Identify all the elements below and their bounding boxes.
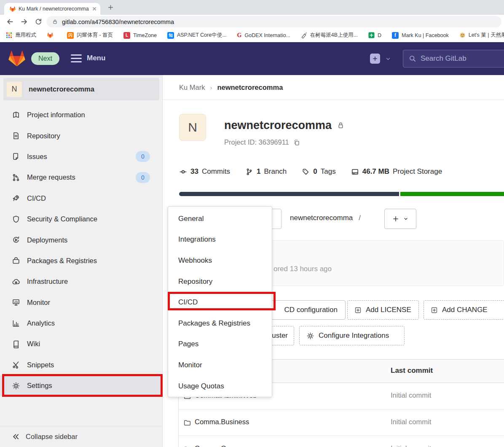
next-badge[interactable]: Next — [31, 52, 59, 65]
chevron-down-icon[interactable] — [385, 56, 391, 62]
sidebar-item-snippets[interactable]: Snippets — [0, 355, 163, 375]
stat-tags[interactable]: 0 Tags — [302, 167, 335, 176]
add-changelog-button[interactable]: Add CHANGE — [424, 300, 504, 320]
new-tab-icon[interactable] — [107, 4, 114, 11]
sidebar-item-wiki[interactable]: Wiki — [0, 334, 163, 354]
stat-label: Tags — [321, 167, 336, 176]
file-name-link[interactable]: Comma.Business — [195, 418, 249, 426]
breadcrumb-divider — [163, 100, 504, 100]
menu-item-monitor[interactable]: Monitor — [168, 355, 272, 376]
menu-item-usage-quotas[interactable]: Usage Quotas — [168, 376, 272, 397]
sidebar-item-security-compliance[interactable]: Security & Compliance — [0, 209, 163, 229]
browser-tab-strip: Ku Mark / newnetcrorecomma — [0, 0, 504, 15]
menu-item-label: Usage Quotas — [178, 382, 224, 390]
gitlab-logo[interactable] — [8, 49, 26, 67]
menu-item-packages-registries[interactable]: Packages & Registries — [168, 313, 272, 334]
bookmark-lets-fruit[interactable]: Let's 菓 | 天然果乾... — [459, 32, 504, 39]
sidebar-item-monitor[interactable]: Monitor — [0, 292, 163, 313]
bookmark-gitlab[interactable] — [47, 32, 56, 38]
menu-hamburger-icon[interactable] — [71, 54, 82, 62]
sidebar-item-label: Issues — [27, 153, 47, 161]
table-row[interactable]: Comma.Business Initial commit — [179, 409, 504, 436]
menu-item-label: Webhooks — [178, 256, 212, 265]
double-chevron-left-icon — [12, 433, 20, 441]
sidebar-item-infrastructure[interactable]: Infrastructure — [0, 271, 163, 292]
button-label: CD configuration — [284, 306, 338, 314]
bookmark-apps[interactable]: 應用程式 — [6, 32, 36, 39]
sidebar-item-deployments[interactable]: Deployments — [0, 229, 163, 250]
merge-requests-count-badge: 0 — [136, 172, 150, 183]
bookmark-shine-sports[interactable]: 闪 闪耀体育 - 首页 — [67, 32, 113, 39]
address-bar[interactable]: gitlab.com/a4756830/newnetcrorecomma — [46, 16, 501, 27]
folder-icon — [183, 419, 191, 427]
language-segment-green — [400, 192, 504, 196]
sidebar-item-issues[interactable]: Issues 0 — [0, 146, 163, 167]
folder-icon — [183, 445, 191, 447]
commit-message-link[interactable]: Initial commit — [391, 418, 431, 426]
stat-branches[interactable]: 1 Branch — [245, 167, 287, 176]
analytics-icon — [12, 319, 20, 328]
back-icon[interactable] — [6, 18, 14, 26]
shine-favicon: 闪 — [67, 32, 74, 39]
bookmark-godex[interactable]: G GoDEX Internatio... — [237, 32, 290, 39]
sidebar-project-context[interactable]: N newnetcrorecomma — [3, 78, 159, 100]
project-id-row: Project ID: 36396911 — [224, 138, 300, 146]
bookmark-sheets-d[interactable]: D — [368, 32, 381, 38]
search-input[interactable]: Search GitLab — [403, 50, 504, 67]
menu-item-general[interactable]: General — [168, 208, 272, 229]
highlight-box-settings — [2, 374, 163, 397]
configure-integrations-button[interactable]: Configure Integrations — [299, 326, 405, 345]
add-to-repo-button[interactable] — [384, 209, 416, 229]
sidebar-item-project-information[interactable]: Project information — [0, 105, 163, 125]
collapse-sidebar-button[interactable]: Collapse sidebar — [0, 426, 162, 447]
plus-icon — [392, 215, 399, 222]
project-title-row: newnetcrorecomma — [224, 119, 345, 132]
tab-close-icon[interactable] — [92, 6, 97, 11]
commit-icon — [179, 168, 187, 176]
table-row[interactable]: Comma.C Initial commit — [179, 436, 504, 447]
sidebar-item-label: Security & Compliance — [27, 215, 97, 223]
add-license-button[interactable]: Add LICENSE — [347, 300, 419, 320]
bookmark-aspnet[interactable]: 知 ASP.NET Core中使... — [167, 32, 227, 39]
bookmark-timezone[interactable]: L TimeZone — [123, 32, 157, 39]
menu-item-label: Pages — [178, 340, 198, 348]
menu-item-pages[interactable]: Pages — [168, 334, 272, 355]
gitlab-fox-icon — [47, 32, 54, 38]
bookmark-label: Let's 菓 | 天然果乾... — [469, 32, 504, 39]
stat-storage[interactable]: 46.7 MB Project Storage — [351, 167, 442, 176]
bookmark-raspberrypi[interactable]: 在树莓派4B上使用... — [301, 32, 358, 39]
sidebar-item-cicd[interactable]: CI/CD — [0, 188, 163, 209]
browser-tab[interactable]: Ku Mark / newnetcrorecomma — [4, 3, 100, 15]
project-avatar-large: N — [179, 114, 206, 141]
commit-message-link[interactable]: Initial commit — [391, 444, 431, 447]
language-bar[interactable] — [179, 192, 504, 196]
breadcrumb-current[interactable]: newnetcrorecomma — [217, 83, 283, 92]
copy-id-icon[interactable] — [293, 139, 300, 146]
bookmark-facebook[interactable]: f Mark Ku | Facebook — [392, 32, 449, 39]
menu-item-integrations[interactable]: Integrations — [168, 229, 272, 250]
commit-message-link[interactable]: Initial commit — [391, 391, 431, 399]
stat-value: 33 — [190, 167, 198, 176]
deployments-icon — [12, 236, 20, 244]
sidebar-item-label: Snippets — [27, 361, 54, 369]
repo-path[interactable]: newnetcrorecomma — [290, 214, 353, 222]
menu-item-webhooks[interactable]: Webhooks — [168, 250, 272, 271]
scissors-icon — [12, 361, 20, 369]
sidebar-item-analytics[interactable]: Analytics — [0, 313, 163, 334]
refresh-icon[interactable] — [35, 18, 42, 25]
new-item-button[interactable] — [370, 54, 380, 64]
project-title: newnetcrorecomma — [224, 119, 332, 132]
project-name: newnetcrorecomma — [29, 85, 94, 93]
sidebar-item-repository[interactable]: Repository — [0, 125, 163, 146]
stat-commits[interactable]: 33 Commits — [179, 167, 230, 176]
url-text: gitlab.com/a4756830/newnetcrorecomma — [62, 19, 174, 25]
forward-icon[interactable] — [20, 18, 28, 26]
project-information-icon — [12, 111, 20, 119]
menu-item-repository[interactable]: Repository — [168, 271, 272, 292]
menu-button[interactable]: Menu — [87, 54, 105, 62]
sidebar-item-merge-requests[interactable]: Merge requests 0 — [0, 167, 163, 188]
file-name-link[interactable]: Comma.C — [195, 444, 226, 447]
menu-item-label: General — [178, 215, 204, 223]
breadcrumb-parent-link[interactable]: Ku Mark — [179, 83, 205, 92]
sidebar-item-packages-registries[interactable]: Packages & Registries — [0, 250, 163, 271]
